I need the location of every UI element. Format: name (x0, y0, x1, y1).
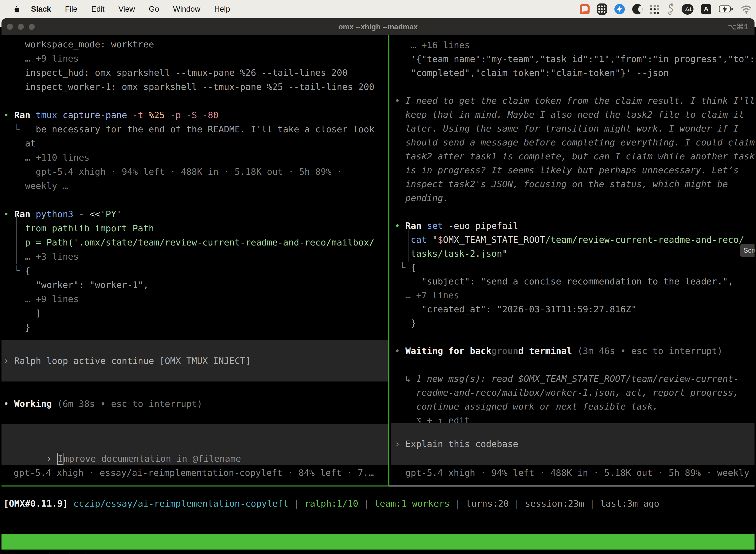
terminal-row: ↳ 1 new msg(s): read $OMX_TEAM_STATE_ROO… (395, 372, 755, 386)
title-bar[interactable]: omx --xhigh --madmax ⌥⌘1 (1, 18, 755, 35)
terminal-row: task2 after task1 is complete, but can I… (395, 150, 755, 163)
app-menus: SlackFileEditViewGoWindowHelp (31, 5, 230, 14)
terminal-row: • Ran set -euo pipefail (395, 219, 755, 233)
letter-a-icon[interactable]: A (701, 4, 711, 14)
terminal-row: inspect_worker-1: omx sparkshell --tmux-… (3, 80, 375, 94)
working-status: • Working (6m 38s • esc to interrupt) (3, 397, 202, 411)
terminal-window: omx --xhigh --madmax ⌥⌘1 workspace_mode:… (1, 18, 755, 554)
terminal-row: weekly … (3, 179, 375, 193)
terminal-row: • I need to get the claim token from the… (395, 94, 755, 108)
apple-menu-icon[interactable] (13, 5, 19, 13)
terminal-row: later. Using the same for transition mig… (395, 122, 755, 135)
terminal-row: continue assigned work or next feasible … (395, 400, 755, 413)
terminal-row: p = Path('.omx/state/team/review-current… (3, 235, 375, 250)
ralph-loop-banner-text: › Ralph loop active continue [OMX_TMUX_I… (3, 354, 251, 368)
terminal-row (395, 330, 755, 344)
menu-item-slack[interactable]: Slack (31, 5, 51, 14)
terminal-row (395, 80, 755, 94)
window-shortcut-badge: ⌥⌘1 (728, 18, 748, 35)
terminal-row: └ { (3, 264, 375, 278)
left-output-connector-line (16, 213, 17, 264)
terminal-row: readme-and-reco/mailbox/worker-1.json, a… (395, 386, 755, 400)
terminal-row (395, 358, 755, 372)
ralph-loop-banner: › Ralph loop active continue [OMX_TMUX_I… (1, 340, 388, 382)
terminal-row (395, 205, 755, 219)
prompt-chevron-icon: › (46, 453, 57, 464)
terminal-row: ] (3, 306, 375, 320)
prompt-placeholder: mprove documentation in @filename (63, 453, 241, 464)
terminal-content: workspace_mode: worktree … +9 lines insp… (1, 35, 755, 554)
left-pane[interactable]: workspace_mode: worktree … +9 lines insp… (1, 35, 388, 486)
menu-item-window[interactable]: Window (173, 5, 200, 14)
terminal-row: gpt-5.4 xhigh · 94% left · 488K in · 5.1… (3, 165, 375, 179)
terminal-row: at (3, 136, 375, 151)
right-pane[interactable]: … +16 lines '{"team_name":"my-team","tas… (391, 35, 755, 486)
wifi-icon[interactable] (741, 5, 752, 14)
terminal-row: keep that in mind. Maybe I also need the… (395, 108, 755, 122)
menu-item-go[interactable]: Go (149, 5, 159, 14)
right-pane-scrollback: … +16 lines '{"team_name":"my-team","tas… (395, 38, 755, 428)
left-prompt-band[interactable]: › Improve documentation in @filename (1, 424, 388, 465)
right-output-connector-line (408, 229, 409, 262)
terminal-row: … +9 lines (3, 51, 375, 65)
right-session-status: gpt-5.4 xhigh · 94% left · 488K in · 5.1… (405, 466, 755, 480)
terminal-row: • Waiting for background terminal (3m 46… (395, 344, 755, 358)
terminal-row: … +110 lines (3, 151, 375, 165)
terminal-row: } (395, 316, 755, 330)
moon-app-icon[interactable] (632, 4, 643, 14)
right-prompt-line: › Explain this codebase (395, 437, 518, 451)
omx-status-line: [OMX#0.11.9] cczip/essay/ai-reimplementa… (3, 496, 659, 510)
left-prompt-line: › Improve documentation in @filename (3, 437, 241, 451)
count-badge-icon[interactable]: ..61 (682, 4, 693, 15)
menu-item-help[interactable]: Help (214, 5, 230, 14)
left-pane-scrollback: workspace_mode: worktree … +9 lines insp… (3, 37, 375, 334)
terminal-row: … +7 lines (395, 288, 755, 302)
terminal-row: tasks/task-2.json" (395, 247, 755, 261)
left-session-status: gpt-5.4 xhigh · essay/ai-reimplementatio… (14, 466, 374, 480)
screen-tooltip: Scre (740, 244, 755, 257)
terminal-row: '{"team_name":"my-team","task_id":"1","f… (395, 52, 755, 66)
terminal-row: inspect task2's JSON, focusing on the st… (395, 177, 755, 191)
terminal-row: "completed","claim_token":"claim-token"}… (395, 66, 755, 80)
terminal-row: "subject": "send a concise recommendatio… (395, 275, 755, 288)
terminal-row: • Ran python3 - <<'PY' (3, 207, 375, 221)
text-cursor: I (57, 453, 64, 465)
terminal-row: inspect_hud: omx sparkshell --tmux-pane … (3, 65, 375, 80)
pane-border-bottom-right (389, 486, 755, 487)
terminal-row: from pathlib import Path (3, 221, 375, 235)
terminal-row: "created_at": "2026-03-31T11:59:27.816Z" (395, 302, 755, 316)
terminal-row: "worker": "worker-1", (3, 278, 375, 292)
window-title: omx --xhigh --madmax (1, 18, 755, 35)
bolt-app-icon[interactable] (614, 4, 625, 14)
terminal-row: … +16 lines (395, 38, 755, 52)
terminal-row: • Ran tmux capture-pane -t %25 -p -S -80 (3, 108, 375, 122)
terminal-row: … +9 lines (3, 292, 375, 306)
menu-status-icons: ..61 A (580, 3, 752, 15)
terminal-row: should send a message before completing … (395, 135, 755, 150)
pane-border-bottom-left (1, 486, 388, 487)
menu-item-view[interactable]: View (118, 5, 135, 14)
terminal-row: … +3 lines (3, 250, 375, 264)
squiggle-app-icon[interactable] (667, 3, 674, 15)
tmux-status-bar: [omx-cczip0:bash* "MacBook-Pro-44.local"… (1, 534, 755, 550)
terminal-row (3, 94, 375, 108)
menu-bar: SlackFileEditViewGoWindowHelp ..61 A (0, 0, 756, 18)
terminal-row: └ { (395, 261, 755, 275)
tmux-session-label: [omx-cczip0:bash* (4, 550, 95, 554)
password-shield-icon[interactable] (597, 3, 607, 15)
terminal-row: workspace_mode: worktree (3, 37, 375, 51)
terminal-row: └ be necessary for the end of the README… (3, 122, 375, 136)
terminal-row: cat "$OMX_TEAM_STATE_ROOT/team/review-cu… (395, 233, 755, 247)
terminal-row: is in progress? It seems likely but perh… (395, 163, 755, 177)
dots-grid-icon[interactable] (650, 5, 659, 14)
terminal-row (3, 193, 375, 207)
terminal-row: pending. (395, 191, 755, 205)
battery-icon[interactable] (719, 5, 733, 13)
menu-item-edit[interactable]: Edit (91, 5, 105, 14)
menu-item-file[interactable]: File (65, 5, 77, 14)
screen-recording-icon[interactable] (580, 4, 589, 14)
terminal-row: } (3, 320, 375, 334)
pane-divider-vertical[interactable] (388, 35, 389, 487)
right-prompt-band[interactable]: › Explain this codebase (391, 423, 755, 465)
